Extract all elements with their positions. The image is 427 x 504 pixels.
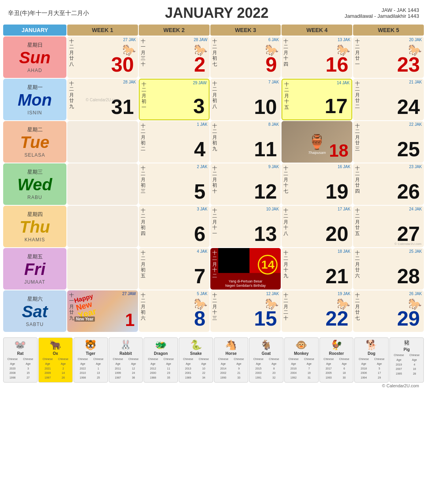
day-chinese-wed: 星期三: [27, 169, 43, 176]
zodiac-dragon: 🐲 Dragon ChineseChinese AgeAge 201211 20…: [144, 337, 178, 383]
date-number: 30: [111, 54, 134, 75]
jak-label: 8 JAK: [268, 122, 279, 127]
date-number: 12: [254, 181, 277, 202]
jak-label: 27 JAW: [122, 292, 136, 296]
date-jan3-highlight: 29 JAW 十二月初一 3: [139, 79, 210, 120]
col-week3: WEEK 3: [210, 25, 281, 36]
date-empty-fri-w1: [67, 248, 138, 290]
rabbit-table: ChineseChinese AgeAge 201112 199924 1987…: [110, 356, 142, 381]
tiger-icon: 🐯: [75, 339, 107, 351]
date-number: 20: [325, 224, 348, 244]
day-ms-fri: JUMAAT: [24, 279, 45, 285]
date-number: 6: [194, 224, 206, 244]
rabbit-icon: 🐰: [110, 339, 142, 351]
dog-icon: 🐕: [355, 339, 387, 351]
ox-table: ChineseChinese AgeAge 20212 200914 19972…: [40, 356, 72, 381]
date-number: 23: [397, 54, 420, 75]
date-number: 13: [254, 224, 277, 244]
day-label-thursday: 星期四 Thu KHAMIS: [3, 206, 66, 247]
day-en-mon: Mon: [18, 92, 52, 108]
date-jan20: 17 JAK 十二月十八 20: [282, 206, 352, 247]
day-chinese-thu: 星期四: [27, 211, 43, 218]
date-number: 15: [254, 308, 277, 329]
zodiac-rat: 🐭 Rat ChineseChinese AgeAge 20203 200815…: [3, 337, 38, 383]
row-friday: 星期五 Fri JUMAAT 4 JAK 十二月初五 7 11 JAK 十二月十…: [3, 248, 424, 290]
jak-label: 1 JAK: [197, 122, 208, 127]
day-label-saturday: 星期六 Sat SABTU: [3, 290, 66, 332]
jak-label: 10 JAK: [266, 207, 279, 211]
header-subtitle-left: 辛丑(牛)年十一月大至十二月小: [8, 9, 89, 17]
date-empty-tue-w1: [67, 121, 138, 163]
day-chinese-fri: 星期五: [27, 253, 43, 260]
day-label-sunday: 星期日 Sun AHAD: [3, 36, 66, 78]
jak-label: 6 JAK: [268, 38, 279, 42]
date-jan7: 4 JAK 十二月初五 7: [139, 248, 210, 290]
goat-name: Goat: [250, 351, 282, 356]
date-jan13: 10 JAK 十二月十一 13: [210, 206, 281, 247]
date-number: 1: [125, 311, 134, 329]
row-wednesday: 星期三 Wed RABU 2 JAK 十二月初三 5 9 JAK 十二月初十 1…: [3, 163, 424, 205]
tiger-table: ChineseChinese AgeAge 20221 201013 19982…: [75, 356, 107, 381]
date-jan14-holiday: 11 JAK 十二月十二 14 Yang di-Pertuan BesarNeg…: [210, 248, 281, 290]
date-jan28: 25 JAK 十二月廿六 28: [353, 248, 424, 290]
zodiac-snake: 🐍 Snake ChineseChinese AgeAge 201310 200…: [179, 337, 213, 383]
date-dec31: 28 JAK 十二月廿九 31 © Calendar2U.com: [67, 79, 138, 120]
jak-label: 16 JAK: [338, 165, 350, 169]
col-january: JANUARY: [3, 25, 66, 36]
date-jan4: 1 JAK 十二月初二 4: [139, 121, 210, 163]
date-number: 3: [193, 96, 205, 116]
rabbit-name: Rabbit: [110, 351, 142, 356]
date-empty-wed-w1: [67, 163, 138, 205]
monkey-table: ChineseChinese AgeAge 20167 200419 19923…: [285, 356, 317, 381]
row-tuesday: 星期二 Tue SELASA 1 JAK 十二月初二 4 8 JAK 十二月初九…: [3, 121, 424, 163]
day-chinese-tue: 星期二: [27, 126, 43, 133]
day-label-tuesday: 星期二 Tue SELASA: [3, 121, 66, 163]
happy-new-year-text: Happy New Year: [73, 292, 98, 320]
row-thursday: 星期四 Thu KHAMIS 3 JAK 十二月初四 6 10 JAK 十二月十…: [3, 206, 424, 247]
rat-name: Rat: [4, 351, 36, 356]
thaipusam-figure: 🏺: [308, 134, 326, 150]
header-title: JANUARY 2022: [165, 5, 268, 21]
date-number: 18: [329, 142, 348, 159]
goat-icon: 🐐: [250, 339, 282, 351]
date-number: 28: [397, 266, 420, 286]
date-number: 9: [265, 54, 277, 75]
zodiac-rabbit: 🐰 Rabbit ChineseChinese AgeAge 201112 19…: [109, 337, 143, 383]
zodiac-horse: 🐴 Horse ChineseChinese AgeAge 20149 2002…: [214, 337, 248, 383]
date-jan6: 3 JAK 十二月初四 6: [139, 206, 210, 247]
date-jan23: 20 JAK 十二月廿一 🐎 23: [353, 36, 424, 78]
zodiac-ox: 🐂 Ox ChineseChinese AgeAge 20212 200914 …: [38, 337, 73, 383]
zodiac-goat: 🐐 Goat ChineseChinese AgeAge 20158 20032…: [249, 337, 283, 383]
date-number: 21: [325, 266, 348, 286]
jak-label: 3 JAK: [197, 207, 208, 211]
date-jan18-thaipusam: 15 JAK 十二月十六 🏺 Thaipusam 18: [282, 121, 352, 163]
jak-label: 17 JAK: [338, 207, 350, 211]
zodiac-footer: 🐭 Rat ChineseChinese AgeAge 20203 200815…: [0, 337, 427, 383]
date-number: 2: [194, 54, 206, 75]
day-en-wed: Wed: [17, 176, 52, 193]
day-ms-wed: RABU: [27, 195, 42, 200]
jak-label: 19 JAK: [338, 292, 350, 296]
day-ms-sun: AHAD: [27, 68, 42, 73]
date-jan21: 18 JAK 十二月十九 21: [282, 248, 352, 290]
day-en-thu: Thu: [20, 219, 50, 235]
day-label-monday: 星期一 Mon ISNIN: [3, 79, 66, 120]
calendar-header: 辛丑(牛)年十一月大至十二月小 JANUARY 2022 JAW - JAK 1…: [0, 0, 427, 25]
ox-name: Ox: [40, 351, 72, 356]
rat-icon: 🐭: [4, 339, 36, 351]
jak-label: 28 JAK: [123, 80, 136, 84]
jak-label: 21 JAK: [409, 80, 422, 84]
date-number: 8: [194, 308, 206, 329]
jak-label: 18 JAK: [338, 249, 350, 254]
snake-table: ChineseChinese AgeAge 201310 200122 1989…: [180, 356, 212, 381]
horse-name: Horse: [215, 351, 247, 356]
jak-label: 9 JAK: [268, 165, 279, 169]
date-number: 22: [325, 308, 348, 329]
date-jan11: 8 JAK 十二月初九 11: [210, 121, 281, 163]
rooster-name: Rooster: [321, 351, 353, 356]
zodiac-dog: 🐕 Dog ChineseChinese AgeAge 20185 200617…: [354, 337, 389, 383]
jak-label: 23 JAK: [409, 165, 422, 169]
dragon-name: Dragon: [145, 351, 177, 356]
day-ms-thu: KHAMIS: [25, 237, 45, 243]
date-number: 4: [194, 139, 206, 159]
